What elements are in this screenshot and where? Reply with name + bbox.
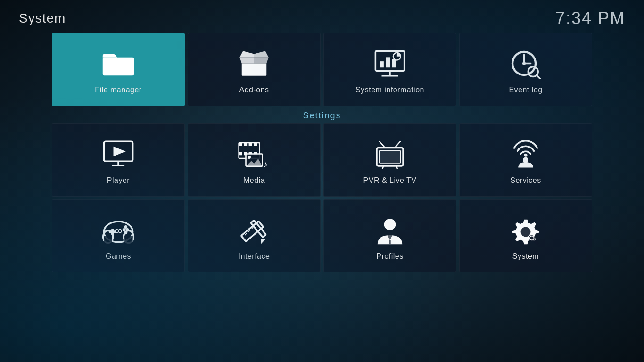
- svg-rect-24: [239, 152, 242, 155]
- tile-system[interactable]: System: [459, 199, 592, 272]
- svg-line-34: [395, 141, 400, 148]
- svg-point-48: [126, 228, 129, 231]
- settings-row-1: Player: [52, 123, 592, 197]
- tile-system-information-label: System information: [355, 86, 424, 94]
- pvr-icon: [371, 138, 409, 171]
- tile-player[interactable]: Player: [52, 123, 185, 197]
- tile-media[interactable]: ♪ Media: [188, 123, 321, 197]
- tile-event-log[interactable]: Event log: [459, 33, 592, 106]
- tile-event-log-label: Event log: [509, 86, 542, 94]
- tile-services-label: Services: [510, 176, 541, 185]
- folder-icon: [99, 47, 137, 80]
- svg-rect-1: [103, 58, 134, 60]
- svg-rect-44: [124, 236, 133, 245]
- tile-games-label: Games: [106, 252, 131, 261]
- settings-row-2: Games Interface: [52, 199, 592, 272]
- tile-pvr-label: PVR & Live TV: [363, 176, 417, 185]
- addons-icon: [235, 47, 273, 80]
- tile-add-ons-label: Add-ons: [239, 86, 269, 94]
- svg-rect-35: [379, 151, 401, 163]
- svg-point-52: [118, 230, 122, 233]
- svg-line-14: [537, 75, 541, 79]
- svg-point-47: [123, 228, 126, 231]
- svg-point-61: [521, 227, 531, 237]
- media-icon: ♪: [235, 138, 273, 171]
- tile-add-ons[interactable]: Add-ons: [188, 33, 321, 106]
- svg-rect-21: [244, 143, 247, 146]
- svg-line-54: [245, 233, 247, 235]
- eventlog-icon: [507, 47, 545, 80]
- clock: 7:34 PM: [555, 8, 625, 28]
- svg-rect-0: [103, 58, 134, 76]
- svg-point-39: [524, 154, 528, 157]
- player-icon: [99, 138, 137, 171]
- svg-rect-20: [239, 143, 242, 146]
- svg-point-38: [523, 157, 528, 163]
- svg-rect-60: [389, 240, 391, 244]
- header: System 7:34 PM: [0, 0, 644, 33]
- tile-file-manager[interactable]: File manager: [52, 33, 185, 106]
- tile-interface[interactable]: Interface: [188, 199, 321, 272]
- svg-rect-23: [254, 143, 257, 146]
- games-icon: [99, 214, 137, 247]
- tile-interface-label: Interface: [239, 252, 270, 261]
- svg-rect-46: [111, 229, 114, 235]
- tile-profiles[interactable]: Profiles: [323, 199, 456, 272]
- tile-games[interactable]: Games: [52, 199, 185, 272]
- svg-rect-22: [249, 143, 252, 146]
- svg-point-50: [124, 231, 127, 234]
- svg-point-49: [124, 225, 127, 229]
- page-title: System: [19, 11, 66, 26]
- tile-system-information[interactable]: System information: [323, 33, 456, 106]
- svg-rect-43: [104, 236, 112, 245]
- top-row: File manager Add-ons: [52, 33, 592, 106]
- tile-media-label: Media: [243, 176, 265, 185]
- main-content: File manager Add-ons: [0, 33, 644, 272]
- svg-rect-6: [386, 57, 390, 67]
- system-icon: [507, 214, 545, 247]
- interface-icon: [235, 214, 273, 247]
- tile-services[interactable]: Services: [459, 123, 592, 197]
- svg-marker-18: [114, 147, 126, 156]
- svg-rect-7: [392, 59, 396, 68]
- sysinfo-icon: [371, 47, 409, 80]
- tile-pvr-live-tv[interactable]: PVR & Live TV: [323, 123, 456, 197]
- tile-player-label: Player: [107, 176, 130, 185]
- tile-system-label: System: [512, 252, 539, 261]
- settings-label: Settings: [52, 111, 592, 121]
- svg-line-33: [380, 141, 385, 148]
- svg-point-29: [248, 156, 251, 159]
- services-icon: [507, 138, 545, 171]
- svg-rect-5: [380, 61, 384, 67]
- svg-text:♪: ♪: [263, 159, 268, 169]
- tile-profiles-label: Profiles: [376, 252, 403, 261]
- tile-file-manager-label: File manager: [95, 86, 141, 94]
- profiles-icon: [371, 214, 409, 247]
- svg-point-59: [384, 219, 396, 230]
